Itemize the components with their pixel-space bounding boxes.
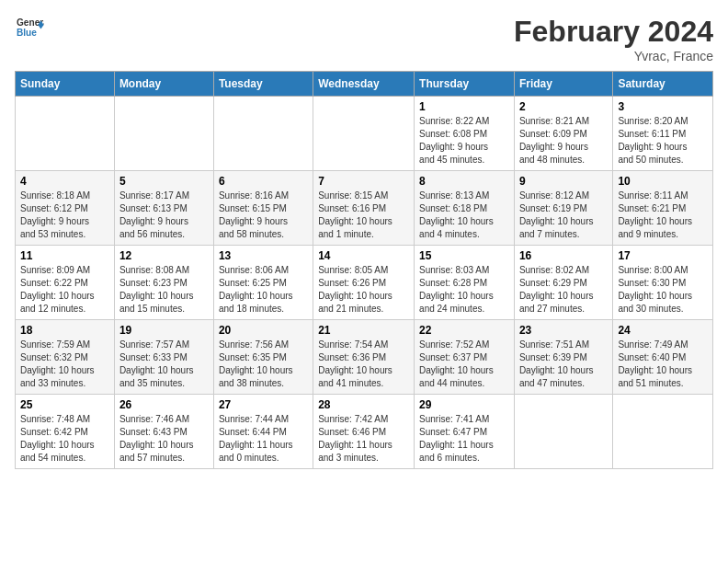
day-info: Sunrise: 8:15 AM Sunset: 6:16 PM Dayligh… xyxy=(318,190,409,241)
weekday-header-thursday: Thursday xyxy=(415,72,515,97)
calendar-cell xyxy=(213,97,313,171)
day-number: 13 xyxy=(219,249,308,262)
day-info: Sunrise: 7:59 AM Sunset: 6:32 PM Dayligh… xyxy=(20,339,109,390)
calendar-cell: 28Sunrise: 7:42 AM Sunset: 6:46 PM Dayli… xyxy=(313,395,415,469)
day-info: Sunrise: 8:16 AM Sunset: 6:15 PM Dayligh… xyxy=(219,190,308,241)
calendar-cell: 29Sunrise: 7:41 AM Sunset: 6:47 PM Dayli… xyxy=(415,395,515,469)
day-info: Sunrise: 7:52 AM Sunset: 6:37 PM Dayligh… xyxy=(419,339,509,390)
day-number: 7 xyxy=(318,175,409,188)
day-info: Sunrise: 7:54 AM Sunset: 6:36 PM Dayligh… xyxy=(318,339,409,390)
day-number: 24 xyxy=(618,324,708,337)
day-info: Sunrise: 7:48 AM Sunset: 6:42 PM Dayligh… xyxy=(20,413,109,465)
day-info: Sunrise: 7:42 AM Sunset: 6:46 PM Dayligh… xyxy=(318,413,409,465)
day-info: Sunrise: 7:57 AM Sunset: 6:33 PM Dayligh… xyxy=(119,339,209,390)
calendar-cell xyxy=(313,97,415,171)
day-number: 25 xyxy=(20,398,109,411)
day-number: 3 xyxy=(618,100,708,113)
calendar-cell: 16Sunrise: 8:02 AM Sunset: 6:29 PM Dayli… xyxy=(514,246,612,320)
day-number: 28 xyxy=(318,398,409,411)
calendar-table: SundayMondayTuesdayWednesdayThursdayFrid… xyxy=(15,71,713,469)
month-title: February 2024 xyxy=(514,15,713,49)
day-info: Sunrise: 8:08 AM Sunset: 6:23 PM Dayligh… xyxy=(119,264,209,316)
day-number: 4 xyxy=(20,175,109,188)
day-number: 16 xyxy=(519,249,608,262)
day-info: Sunrise: 8:05 AM Sunset: 6:26 PM Dayligh… xyxy=(318,264,409,316)
calendar-cell: 6Sunrise: 8:16 AM Sunset: 6:15 PM Daylig… xyxy=(213,171,313,246)
day-info: Sunrise: 8:03 AM Sunset: 6:28 PM Dayligh… xyxy=(419,264,509,316)
logo-icon: General Blue xyxy=(15,15,44,40)
day-number: 14 xyxy=(318,249,409,262)
calendar-cell: 21Sunrise: 7:54 AM Sunset: 6:36 PM Dayli… xyxy=(313,320,415,395)
day-number: 29 xyxy=(419,398,509,411)
calendar-cell: 27Sunrise: 7:44 AM Sunset: 6:44 PM Dayli… xyxy=(213,395,313,469)
calendar-cell: 10Sunrise: 8:11 AM Sunset: 6:21 PM Dayli… xyxy=(613,171,713,246)
calendar-cell: 13Sunrise: 8:06 AM Sunset: 6:25 PM Dayli… xyxy=(213,246,313,320)
day-info: Sunrise: 8:06 AM Sunset: 6:25 PM Dayligh… xyxy=(219,264,308,316)
day-number: 20 xyxy=(219,324,308,337)
day-info: Sunrise: 7:46 AM Sunset: 6:43 PM Dayligh… xyxy=(119,413,209,465)
calendar-cell: 7Sunrise: 8:15 AM Sunset: 6:16 PM Daylig… xyxy=(313,171,415,246)
day-info: Sunrise: 8:00 AM Sunset: 6:30 PM Dayligh… xyxy=(618,264,708,316)
day-info: Sunrise: 8:18 AM Sunset: 6:12 PM Dayligh… xyxy=(20,190,109,241)
calendar-cell xyxy=(514,395,612,469)
day-number: 27 xyxy=(219,398,308,411)
day-number: 5 xyxy=(119,175,209,188)
day-number: 11 xyxy=(20,249,109,262)
weekday-header-friday: Friday xyxy=(514,72,612,97)
day-number: 19 xyxy=(119,324,209,337)
location: Yvrac, France xyxy=(514,49,713,63)
day-info: Sunrise: 7:56 AM Sunset: 6:35 PM Dayligh… xyxy=(219,339,308,390)
day-number: 26 xyxy=(119,398,209,411)
weekday-header-tuesday: Tuesday xyxy=(213,72,313,97)
calendar-cell: 23Sunrise: 7:51 AM Sunset: 6:39 PM Dayli… xyxy=(514,320,612,395)
day-info: Sunrise: 8:20 AM Sunset: 6:11 PM Dayligh… xyxy=(618,115,708,167)
day-number: 17 xyxy=(618,249,708,262)
page-header: General Blue February 2024 Yvrac, France xyxy=(15,15,713,63)
weekday-header-wednesday: Wednesday xyxy=(313,72,415,97)
day-info: Sunrise: 7:41 AM Sunset: 6:47 PM Dayligh… xyxy=(419,413,509,465)
day-number: 9 xyxy=(519,175,608,188)
day-info: Sunrise: 8:21 AM Sunset: 6:09 PM Dayligh… xyxy=(519,115,608,167)
weekday-header-sunday: Sunday xyxy=(16,72,115,97)
day-number: 23 xyxy=(519,324,608,337)
day-number: 6 xyxy=(219,175,308,188)
day-info: Sunrise: 8:12 AM Sunset: 6:19 PM Dayligh… xyxy=(519,190,608,241)
day-number: 21 xyxy=(318,324,409,337)
calendar-cell: 5Sunrise: 8:17 AM Sunset: 6:13 PM Daylig… xyxy=(114,171,213,246)
calendar-cell xyxy=(114,97,213,171)
calendar-cell: 15Sunrise: 8:03 AM Sunset: 6:28 PM Dayli… xyxy=(415,246,515,320)
calendar-cell: 19Sunrise: 7:57 AM Sunset: 6:33 PM Dayli… xyxy=(114,320,213,395)
calendar-cell: 22Sunrise: 7:52 AM Sunset: 6:37 PM Dayli… xyxy=(415,320,515,395)
day-number: 12 xyxy=(119,249,209,262)
calendar-cell: 17Sunrise: 8:00 AM Sunset: 6:30 PM Dayli… xyxy=(613,246,713,320)
calendar-cell: 20Sunrise: 7:56 AM Sunset: 6:35 PM Dayli… xyxy=(213,320,313,395)
day-number: 22 xyxy=(419,324,509,337)
calendar-cell: 26Sunrise: 7:46 AM Sunset: 6:43 PM Dayli… xyxy=(114,395,213,469)
calendar-cell xyxy=(16,97,115,171)
calendar-cell: 12Sunrise: 8:08 AM Sunset: 6:23 PM Dayli… xyxy=(114,246,213,320)
day-number: 10 xyxy=(618,175,708,188)
day-info: Sunrise: 8:09 AM Sunset: 6:22 PM Dayligh… xyxy=(20,264,109,316)
calendar-cell: 3Sunrise: 8:20 AM Sunset: 6:11 PM Daylig… xyxy=(613,97,713,171)
day-number: 1 xyxy=(419,100,509,113)
calendar-cell: 18Sunrise: 7:59 AM Sunset: 6:32 PM Dayli… xyxy=(16,320,115,395)
calendar-cell: 11Sunrise: 8:09 AM Sunset: 6:22 PM Dayli… xyxy=(16,246,115,320)
title-section: February 2024 Yvrac, France xyxy=(514,15,713,63)
logo: General Blue xyxy=(15,15,44,40)
day-info: Sunrise: 7:49 AM Sunset: 6:40 PM Dayligh… xyxy=(618,339,708,390)
calendar-cell: 2Sunrise: 8:21 AM Sunset: 6:09 PM Daylig… xyxy=(514,97,612,171)
day-info: Sunrise: 8:13 AM Sunset: 6:18 PM Dayligh… xyxy=(419,190,509,241)
weekday-header-monday: Monday xyxy=(114,72,213,97)
calendar-cell: 25Sunrise: 7:48 AM Sunset: 6:42 PM Dayli… xyxy=(16,395,115,469)
svg-text:Blue: Blue xyxy=(17,28,37,38)
calendar-cell: 4Sunrise: 8:18 AM Sunset: 6:12 PM Daylig… xyxy=(16,171,115,246)
day-number: 8 xyxy=(419,175,509,188)
day-info: Sunrise: 8:17 AM Sunset: 6:13 PM Dayligh… xyxy=(119,190,209,241)
calendar-cell xyxy=(613,395,713,469)
day-info: Sunrise: 7:51 AM Sunset: 6:39 PM Dayligh… xyxy=(519,339,608,390)
day-info: Sunrise: 8:02 AM Sunset: 6:29 PM Dayligh… xyxy=(519,264,608,316)
day-number: 18 xyxy=(20,324,109,337)
calendar-cell: 24Sunrise: 7:49 AM Sunset: 6:40 PM Dayli… xyxy=(613,320,713,395)
calendar-cell: 9Sunrise: 8:12 AM Sunset: 6:19 PM Daylig… xyxy=(514,171,612,246)
day-number: 2 xyxy=(519,100,608,113)
